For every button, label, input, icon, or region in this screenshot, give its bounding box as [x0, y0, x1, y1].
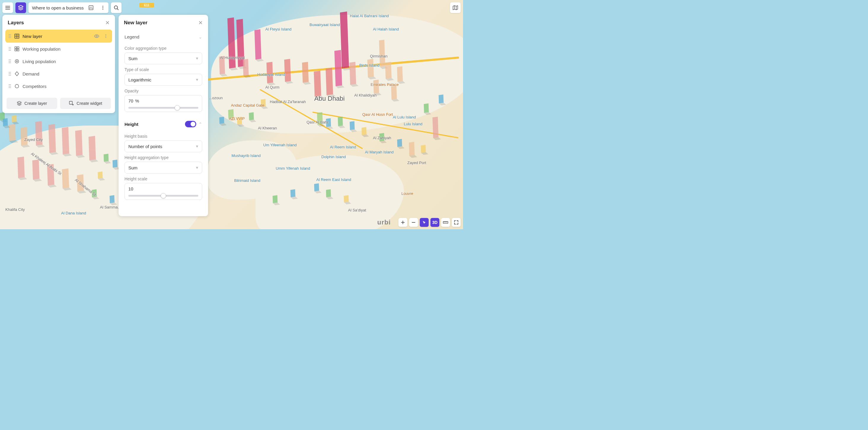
dashboard-button[interactable]	[87, 3, 95, 12]
drag-handle-icon[interactable]	[8, 84, 11, 88]
ruler-button[interactable]	[441, 218, 450, 227]
legend-section-toggle[interactable]: Legend ⌄	[125, 31, 202, 43]
hexgrid-icon	[14, 33, 20, 39]
height-scale-slider[interactable]	[128, 195, 198, 197]
scale-type-select[interactable]: Logarithmic ▾	[125, 74, 202, 86]
label-dolphin: Dolphin Island	[321, 155, 346, 159]
label-emirates-palace: Emirates Palace	[371, 82, 399, 87]
zoom-in-button[interactable]	[398, 218, 407, 227]
target-icon	[14, 59, 20, 64]
layer-item-working-population[interactable]: Working population	[5, 43, 112, 55]
hamburger-icon	[5, 5, 10, 10]
opacity-value[interactable]: 70	[128, 98, 133, 103]
svg-rect-10	[15, 47, 17, 48]
layer-item-competitors[interactable]: Competitors	[5, 80, 112, 92]
menu-button[interactable]	[2, 2, 13, 13]
label-al-khalidiyah: Al Khalidiyah	[354, 93, 376, 97]
label-lulu: Lulu Island	[404, 122, 423, 126]
compass-button[interactable]	[420, 218, 429, 227]
height-agg-value: Sum	[128, 165, 137, 170]
label-al-fteysi: Al Fteysi Island	[265, 27, 291, 31]
zoom-out-button[interactable]	[409, 218, 418, 227]
label-bilrimaid: Bilrimaid Island	[234, 178, 260, 183]
layer-item-living-population[interactable]: Living population	[5, 55, 112, 68]
project-bar: Where to open a business	[28, 2, 108, 13]
layer-list: New layer Working population Living popu…	[2, 30, 115, 96]
layers-panel-close[interactable]: ✕	[105, 20, 110, 26]
layer-item-demand[interactable]: Demand	[5, 68, 112, 80]
svg-point-3	[102, 9, 103, 10]
drag-handle-icon[interactable]	[8, 34, 11, 38]
height-basis-value: Number of points	[128, 144, 162, 149]
drag-handle-icon[interactable]	[8, 59, 11, 63]
diamond-icon	[14, 71, 20, 76]
svg-point-14	[15, 60, 19, 63]
label-al-reem-east: Al Reem East Island	[316, 177, 351, 182]
chevron-up-icon[interactable]: ⌃	[198, 122, 202, 127]
visibility-toggle[interactable]	[94, 33, 100, 39]
layer-item-new-layer[interactable]: New layer	[5, 30, 112, 43]
label-qirmishan: Qirmishan	[370, 54, 388, 58]
label-al-reem: Al Reem Island	[330, 145, 356, 149]
svg-rect-11	[17, 47, 19, 48]
layers-stack-icon	[18, 5, 24, 11]
map-style-button[interactable]	[450, 2, 461, 13]
label-ozoun: ...ozoun	[209, 96, 223, 100]
drag-handle-icon[interactable]	[8, 72, 11, 76]
layer-more-button[interactable]	[102, 34, 109, 38]
map-icon	[453, 5, 458, 11]
svg-rect-17	[69, 101, 72, 104]
fullscreen-button[interactable]	[452, 218, 461, 227]
layer-editor-panel: New layer ✕ Legend ⌄ Color aggregation t…	[119, 15, 208, 216]
svg-point-16	[15, 85, 19, 88]
label-al-zahiyah: Al Zahiyah	[373, 136, 391, 140]
plus-icon	[401, 220, 405, 225]
chevron-down-icon: ▾	[196, 165, 198, 170]
label-al-qurm: Al Qurm	[265, 85, 280, 90]
slider-thumb[interactable]	[161, 193, 166, 198]
grid-icon	[14, 46, 20, 52]
layer-name: Demand	[23, 71, 109, 76]
label-hadbat: Hadbat Al Za'faranah	[270, 100, 306, 104]
scale-type-label: Type of scale	[125, 67, 202, 72]
search-icon	[114, 5, 119, 10]
search-button[interactable]	[111, 2, 122, 13]
label-halat-bahrani: Halat Al Bahrani Island	[350, 13, 389, 18]
label-al-lulu: Al Lulu Island	[393, 115, 416, 119]
ruler-icon	[443, 220, 448, 225]
slider-thumb[interactable]	[175, 105, 180, 110]
layers-panel-title: Layers	[8, 20, 24, 26]
chevron-down-icon: ▾	[196, 77, 198, 82]
label-buwairyaat: Buwairyaat Island	[309, 23, 340, 27]
svg-rect-12	[15, 49, 17, 51]
svg-point-1	[102, 6, 103, 7]
height-section-title: Height	[125, 122, 138, 127]
editor-panel-close[interactable]: ✕	[198, 20, 203, 26]
label-zayed-city: Zayed City	[24, 137, 43, 142]
opacity-label: Opacity	[125, 89, 202, 93]
drag-handle-icon[interactable]	[8, 47, 11, 51]
minus-icon	[411, 220, 415, 225]
height-basis-select[interactable]: Number of points ▾	[125, 140, 202, 152]
layer-name: New layer	[23, 34, 91, 39]
3d-toggle-button[interactable]: 3D	[430, 218, 439, 227]
create-layer-button[interactable]: Create layer	[6, 98, 57, 109]
label-al-dana: Al Dana Island	[61, 211, 86, 215]
opacity-slider[interactable]	[128, 107, 198, 109]
create-widget-button[interactable]: Create widget	[60, 98, 111, 109]
label-umm-yifenah: Umm Yifenah Island	[276, 166, 310, 171]
cursor-icon	[422, 220, 427, 225]
color-agg-select[interactable]: Sum ▾	[125, 53, 202, 64]
layers-toggle-button[interactable]	[16, 2, 26, 13]
height-toggle[interactable]	[185, 121, 196, 127]
project-more-button[interactable]	[98, 3, 107, 12]
height-agg-select[interactable]: Sum ▾	[125, 162, 202, 173]
scale-type-value: Logarithmic	[128, 77, 152, 82]
layers-panel: Layers ✕ New layer Working population Li…	[2, 15, 115, 113]
height-scale-value[interactable]: 10	[128, 186, 133, 191]
dots-vertical-icon	[100, 5, 105, 10]
layer-name: Competitors	[23, 84, 109, 89]
top-toolbar: Where to open a business	[2, 2, 122, 13]
label-um-yifeenah: Um Yifeenah Island	[263, 143, 297, 147]
label-al-kheeran: Al Kheeran	[258, 126, 277, 130]
